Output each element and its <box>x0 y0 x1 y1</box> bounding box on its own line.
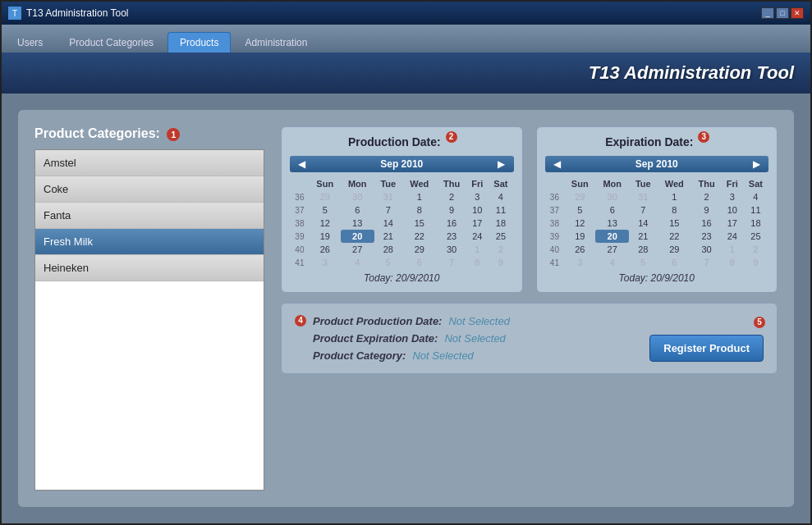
tab-products[interactable]: Products <box>167 32 231 52</box>
calendar-day[interactable]: 21 <box>629 230 657 243</box>
calendar-day[interactable]: 20 <box>595 230 629 243</box>
calendar-day[interactable]: 30 <box>691 243 722 256</box>
calendar-day[interactable]: 22 <box>657 230 691 243</box>
calendar-day[interactable]: 3 <box>564 256 595 269</box>
calendar-day[interactable]: 11 <box>488 203 513 217</box>
calendar-day[interactable]: 2 <box>691 190 722 203</box>
list-item-selected[interactable]: Fresh Milk <box>35 229 264 255</box>
calendar-day[interactable]: 23 <box>691 230 722 243</box>
calendar-day[interactable]: 1 <box>402 190 437 203</box>
calendar-day[interactable]: 29 <box>402 243 437 256</box>
calendar-day[interactable]: 29 <box>310 190 341 203</box>
calendar-day[interactable]: 5 <box>374 256 402 269</box>
list-item[interactable]: Coke <box>35 176 264 203</box>
calendar-day[interactable]: 24 <box>722 230 743 243</box>
register-product-button[interactable]: Register Product <box>649 335 764 362</box>
maximize-button[interactable]: □ <box>776 7 789 19</box>
calendar-day[interactable]: 8 <box>722 256 743 269</box>
calendar-day[interactable]: 13 <box>341 217 374 230</box>
calendar-day[interactable]: 12 <box>564 217 595 230</box>
calendar-day[interactable]: 6 <box>402 256 437 269</box>
calendar-day[interactable]: 30 <box>437 243 467 256</box>
list-item[interactable]: Fanta <box>35 203 264 229</box>
calendar-day[interactable]: 25 <box>743 230 768 243</box>
calendar-day[interactable]: 3 <box>310 256 341 269</box>
calendar-day[interactable]: 15 <box>657 217 691 230</box>
calendar-day[interactable]: 19 <box>310 230 341 243</box>
calendar-day[interactable]: 10 <box>466 203 488 217</box>
calendar-day[interactable]: 2 <box>488 243 513 256</box>
calendar-day[interactable]: 4 <box>595 256 629 269</box>
calendar-day[interactable]: 5 <box>564 203 595 217</box>
calendar-day[interactable]: 5 <box>629 256 657 269</box>
calendar-day[interactable]: 1 <box>466 243 488 256</box>
calendar-day[interactable]: 8 <box>402 203 437 217</box>
tab-users[interactable]: Users <box>5 32 55 52</box>
tab-administration[interactable]: Administration <box>232 32 319 52</box>
calendar-day[interactable]: 7 <box>629 203 657 217</box>
calendar-day[interactable]: 26 <box>564 243 595 256</box>
calendar-day[interactable]: 10 <box>722 203 743 217</box>
calendar-day[interactable]: 30 <box>341 190 374 203</box>
calendar-day[interactable]: 7 <box>437 256 467 269</box>
calendar-day[interactable]: 2 <box>743 243 768 256</box>
calendar-day[interactable]: 9 <box>691 203 722 217</box>
calendar-day[interactable]: 16 <box>437 217 467 230</box>
calendar-day[interactable]: 4 <box>743 190 768 203</box>
calendar-day[interactable]: 31 <box>374 190 402 203</box>
calendar-day[interactable]: 6 <box>595 203 629 217</box>
list-item[interactable]: Heineken <box>35 255 264 281</box>
calendar-day[interactable]: 30 <box>595 190 629 203</box>
calendar-day[interactable]: 15 <box>402 217 437 230</box>
calendar-day[interactable]: 8 <box>657 203 691 217</box>
calendar-day[interactable]: 28 <box>374 243 402 256</box>
calendar-day[interactable]: 17 <box>722 217 743 230</box>
calendar-day[interactable]: 27 <box>595 243 629 256</box>
calendar-day[interactable]: 3 <box>466 190 488 203</box>
calendar-day[interactable]: 31 <box>629 190 657 203</box>
calendar-day[interactable]: 1 <box>722 243 743 256</box>
calendar-day[interactable]: 25 <box>488 230 513 243</box>
expiration-prev-button[interactable]: ◀ <box>550 158 564 170</box>
close-button[interactable]: ✕ <box>791 7 804 19</box>
calendar-day[interactable]: 17 <box>466 217 488 230</box>
calendar-day[interactable]: 5 <box>310 203 341 217</box>
calendar-day[interactable]: 14 <box>629 217 657 230</box>
calendar-day[interactable]: 26 <box>310 243 341 256</box>
calendar-day[interactable]: 23 <box>437 230 467 243</box>
calendar-day[interactable]: 19 <box>564 230 595 243</box>
calendar-day[interactable]: 7 <box>374 203 402 217</box>
calendar-day[interactable]: 2 <box>437 190 467 203</box>
calendar-day[interactable]: 11 <box>743 203 768 217</box>
calendar-day[interactable]: 29 <box>564 190 595 203</box>
calendar-day[interactable]: 29 <box>657 243 691 256</box>
production-next-button[interactable]: ▶ <box>494 158 508 170</box>
minimize-button[interactable]: _ <box>761 7 774 19</box>
calendar-day[interactable]: 13 <box>595 217 629 230</box>
calendar-day[interactable]: 1 <box>657 190 691 203</box>
calendar-day[interactable]: 18 <box>743 217 768 230</box>
calendar-day[interactable]: 24 <box>466 230 488 243</box>
calendar-day[interactable]: 8 <box>466 256 488 269</box>
calendar-day[interactable]: 27 <box>341 243 374 256</box>
tab-product-categories[interactable]: Product Categories <box>57 32 166 52</box>
calendar-day[interactable]: 18 <box>488 217 513 230</box>
calendar-day[interactable]: 22 <box>402 230 437 243</box>
calendar-day[interactable]: 6 <box>657 256 691 269</box>
calendar-day[interactable]: 9 <box>488 256 513 269</box>
calendar-day[interactable]: 21 <box>374 230 402 243</box>
calendar-day[interactable]: 4 <box>341 256 374 269</box>
calendar-day[interactable]: 9 <box>743 256 768 269</box>
calendar-day[interactable]: 4 <box>488 190 513 203</box>
calendar-day[interactable]: 6 <box>341 203 374 217</box>
calendar-day[interactable]: 20 <box>341 230 374 243</box>
calendar-day[interactable]: 14 <box>374 217 402 230</box>
production-prev-button[interactable]: ◀ <box>295 158 309 170</box>
calendar-day[interactable]: 7 <box>691 256 722 269</box>
calendar-day[interactable]: 12 <box>310 217 341 230</box>
expiration-next-button[interactable]: ▶ <box>750 158 764 170</box>
list-item[interactable]: Amstel <box>35 150 264 176</box>
calendar-day[interactable]: 16 <box>691 217 722 230</box>
calendar-day[interactable]: 28 <box>629 243 657 256</box>
calendar-day[interactable]: 9 <box>437 203 467 217</box>
